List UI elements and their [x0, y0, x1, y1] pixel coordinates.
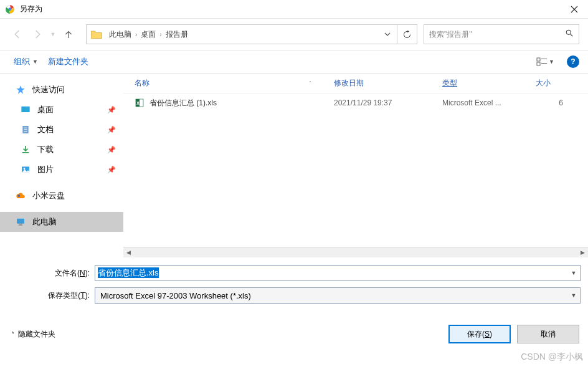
watermark: CSDN @李小枫	[521, 352, 583, 363]
sidebar: 快速访问 桌面 📌 文档 📌 下载 📌 图片 📌 小米云盘	[0, 74, 123, 247]
svg-rect-17	[19, 224, 22, 224]
close-button[interactable]	[560, 0, 588, 19]
svg-rect-12	[22, 152, 29, 153]
window-title: 另存为	[20, 4, 560, 14]
file-name: 省份信息汇总 (1).xls	[149, 98, 217, 108]
svg-rect-4	[541, 59, 547, 59]
forward-button[interactable]	[29, 26, 46, 43]
svg-rect-6	[541, 63, 547, 64]
svg-point-2	[566, 30, 571, 34]
crumb-folder[interactable]: 报告册	[163, 29, 191, 40]
up-button[interactable]	[60, 26, 77, 43]
column-name[interactable]: 名称˄	[123, 78, 329, 89]
sidebar-this-pc[interactable]: 此电脑	[0, 212, 123, 232]
svg-rect-16	[17, 219, 24, 224]
svg-rect-7	[21, 107, 29, 112]
svg-rect-9	[24, 128, 27, 128]
svg-point-14	[24, 168, 26, 170]
hide-folders-toggle[interactable]: ˄ 隐藏文件夹	[11, 329, 55, 340]
save-button[interactable]: 保存(S)	[448, 325, 511, 343]
pin-icon: 📌	[107, 146, 116, 154]
filename-dropdown[interactable]: ▼	[567, 270, 580, 276]
new-folder-button[interactable]: 新建文件夹	[43, 54, 93, 70]
bottom-bar: ˄ 隐藏文件夹 保存(S) 取消	[0, 314, 588, 352]
scroll-right-button[interactable]: ▶	[577, 247, 588, 257]
svg-rect-3	[537, 58, 540, 61]
title-bar: 另存为	[0, 0, 588, 19]
column-type[interactable]: 类型	[437, 78, 531, 89]
svg-rect-10	[24, 129, 27, 130]
folder-icon	[90, 28, 103, 41]
navigation-bar: ▼ 此电脑 › 桌面 › 报告册	[0, 19, 588, 50]
desktop-icon	[20, 104, 31, 115]
search-input[interactable]	[429, 30, 565, 39]
crumb-thispc[interactable]: 此电脑	[107, 29, 134, 40]
chevron-right-icon: ›	[134, 31, 138, 38]
excel-file-icon: X	[135, 98, 145, 108]
filetype-value: Microsoft Excel 97-2003 Worksheet (*.xls…	[95, 291, 567, 300]
address-dropdown[interactable]	[377, 31, 397, 37]
filename-field[interactable]: 省份信息汇总.xls ▼	[95, 265, 581, 281]
back-button[interactable]	[9, 26, 26, 43]
sidebar-documents[interactable]: 文档 📌	[0, 120, 123, 140]
file-list: 名称˄ 修改日期 类型 大小 X 省份信息汇总 (1).xls 2021/11/…	[123, 74, 588, 247]
search-icon[interactable]	[565, 29, 574, 40]
column-size[interactable]: 大小	[531, 78, 568, 89]
pin-icon: 📌	[107, 106, 116, 114]
sidebar-pictures[interactable]: 图片 📌	[0, 160, 123, 180]
cancel-button[interactable]: 取消	[517, 325, 579, 343]
sidebar-xiaomi-cloud[interactable]: 小米云盘	[0, 186, 123, 206]
svg-point-15	[17, 194, 20, 197]
view-options-button[interactable]: ▼	[533, 55, 558, 69]
monitor-icon	[15, 216, 26, 228]
column-date[interactable]: 修改日期	[329, 78, 437, 89]
sidebar-desktop[interactable]: 桌面 📌	[0, 100, 123, 120]
sidebar-quick-access[interactable]: 快速访问	[0, 80, 123, 100]
breadcrumb: 此电脑 › 桌面 › 报告册	[107, 29, 377, 40]
filetype-dropdown[interactable]: ▼	[567, 292, 580, 299]
save-form: 文件名(N): 省份信息汇总.xls ▼ 保存类型(T): Microsoft …	[0, 257, 588, 314]
chevron-up-icon: ˄	[11, 331, 14, 338]
pin-icon: 📌	[107, 166, 116, 174]
filename-label: 文件名(N):	[7, 268, 95, 279]
filetype-field[interactable]: Microsoft Excel 97-2003 Worksheet (*.xls…	[95, 287, 581, 304]
cloud-icon	[15, 190, 26, 201]
crumb-desktop[interactable]: 桌面	[138, 29, 158, 40]
file-type: Microsoft Excel ...	[437, 98, 531, 107]
picture-icon	[20, 164, 31, 175]
organize-button[interactable]: 组织 ▼	[9, 54, 43, 70]
search-box[interactable]	[424, 24, 579, 44]
chevron-right-icon: ›	[158, 31, 163, 38]
pin-icon: 📌	[107, 126, 116, 134]
file-size: 6	[531, 98, 568, 107]
address-bar[interactable]: 此电脑 › 桌面 › 报告册	[86, 24, 417, 44]
sort-indicator-icon: ˄	[309, 80, 311, 86]
scroll-track[interactable]	[134, 247, 577, 257]
svg-rect-18	[19, 225, 23, 226]
document-icon	[20, 124, 31, 135]
horizontal-scrollbar[interactable]: ◀ ▶	[123, 247, 588, 257]
svg-rect-11	[24, 131, 27, 132]
file-row[interactable]: X 省份信息汇总 (1).xls 2021/11/29 19:37 Micros…	[123, 93, 588, 112]
chrome-icon	[5, 4, 15, 14]
help-button[interactable]: ?	[567, 55, 579, 68]
toolbar: 组织 ▼ 新建文件夹 ▼ ?	[0, 50, 588, 74]
star-icon	[15, 84, 26, 95]
scroll-left-button[interactable]: ◀	[123, 247, 134, 257]
filetype-label: 保存类型(T):	[7, 290, 95, 301]
download-icon	[20, 144, 31, 155]
history-dropdown[interactable]: ▼	[49, 31, 57, 37]
chevron-down-icon: ▼	[32, 59, 38, 65]
refresh-button[interactable]	[397, 25, 417, 44]
svg-rect-5	[537, 62, 540, 65]
sidebar-downloads[interactable]: 下载 📌	[0, 140, 123, 160]
content-area: 快速访问 桌面 📌 文档 📌 下载 📌 图片 📌 小米云盘	[0, 74, 588, 247]
file-list-header: 名称˄ 修改日期 类型 大小	[123, 74, 588, 93]
file-date: 2021/11/29 19:37	[329, 98, 437, 107]
svg-text:X: X	[136, 101, 140, 105]
filename-input[interactable]: 省份信息汇总.xls	[98, 267, 159, 278]
